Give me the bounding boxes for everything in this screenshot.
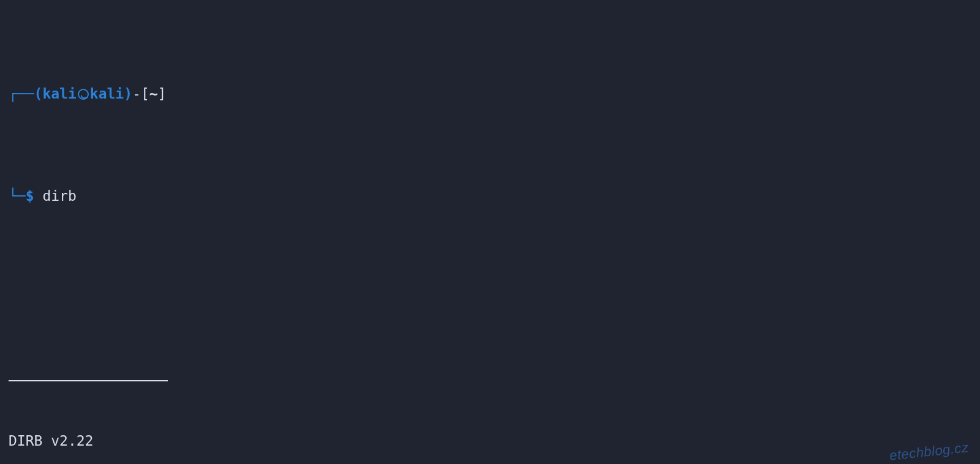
blank-line xyxy=(9,268,971,288)
prompt-host: kali xyxy=(90,86,124,102)
prompt-user: kali xyxy=(42,86,76,102)
kali-logo-icon xyxy=(78,89,89,100)
banner-name: DIRB v2.22 xyxy=(9,431,971,451)
prompt-cwd: ~ xyxy=(149,86,158,102)
prompt-symbol: $ xyxy=(26,188,34,204)
banner-divider-top xyxy=(9,370,971,390)
prompt-line-2: └─$ dirb xyxy=(9,186,971,206)
entered-command: dirb xyxy=(42,188,76,204)
prompt-line-1: ┌──(kalikali)-[~] xyxy=(9,84,971,104)
terminal-output[interactable]: ┌──(kalikali)-[~] └─$ dirb DIRB v2.22 By… xyxy=(0,0,980,464)
